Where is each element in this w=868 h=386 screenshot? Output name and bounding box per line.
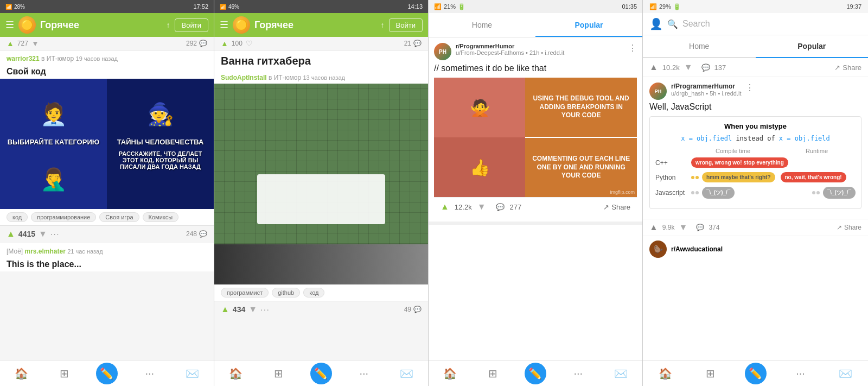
share-3[interactable]: ↗ Share [603, 203, 630, 211]
upvote-icon-3[interactable]: ▲ [221, 305, 229, 314]
nav-compose-2[interactable]: ✏️ [310, 363, 332, 384]
nav-mail-4[interactable]: ✉️ [835, 363, 857, 384]
drake-text-col: USING THE DEBUG TOOL AND ADDING BREAKPOI… [525, 78, 637, 197]
meme-figure-3: 🤦‍♂️ [0, 149, 107, 209]
login-button-2[interactable]: Войти [389, 18, 423, 32]
nav-home-2[interactable]: 🏠 [225, 363, 246, 384]
tag-github[interactable]: github [272, 288, 300, 298]
code-blue-part-2: x = obj.field [779, 135, 830, 142]
score-bar-post-3: ▲ 434 ▼ ··· 49 💬 [214, 301, 428, 318]
nav-mail-2[interactable]: ✉️ [396, 363, 418, 384]
score-4b: 9.9k [662, 224, 675, 231]
compile-runtime-header: Compile time Runtime [655, 148, 856, 154]
nav-compose-1[interactable]: ✏️ [96, 363, 118, 384]
down-arrow-partial: ▼ [31, 39, 39, 48]
up-arrow-partial-2: ▲ [221, 39, 228, 48]
tag-kod-2[interactable]: код [303, 288, 324, 298]
time-1: 17:52 [193, 3, 208, 10]
nav-grid-1[interactable]: ⊞ [53, 363, 75, 384]
nav-home-1[interactable]: 🏠 [10, 363, 32, 384]
three-dots-3[interactable]: ··· [260, 305, 270, 314]
post-subreddit-3[interactable]: в ИТ-юмор [269, 74, 301, 81]
nav-more-1[interactable]: ··· [139, 363, 161, 384]
downvote-3[interactable]: ▼ [477, 202, 486, 212]
bottom-nav-2: 🏠 ⊞ ✏️ ··· ✉️ [214, 360, 428, 386]
cpp-row: C++ wrong, wrong wo! stop everything [655, 157, 856, 168]
python-row: Python hmm maybe that's right? no, wait,… [655, 172, 856, 182]
post-author-3[interactable]: SudoAptInstall [221, 74, 267, 81]
post-subreddit-1[interactable]: в ИТ-юмор [41, 55, 74, 62]
login-button-1[interactable]: Войти [175, 18, 208, 32]
nav-grid-2[interactable]: ⊞ [267, 363, 289, 384]
tag-game[interactable]: Своя игра [99, 212, 139, 222]
prev-share-label-4: Share [843, 64, 861, 72]
r-awwducational-name[interactable]: r/Awwducational [671, 245, 723, 253]
prev-share-icon-4: ↗ [834, 64, 840, 72]
post-meta-2: [Моё] mrs.elmhater 21 час назад [0, 243, 214, 257]
tag-kod[interactable]: код [7, 212, 28, 222]
drake-text-top-val: USING THE DEBUG TOOL AND ADDING BREAKPOI… [529, 94, 633, 120]
python-runtime-bubble: no, wait, that's wrong! [781, 172, 846, 182]
tab-home-4[interactable]: Home [643, 35, 756, 57]
prev-upvote-4[interactable]: ▲ [649, 62, 658, 72]
reddit-time-val-3: 21h [529, 49, 539, 56]
user-icon-4[interactable]: 👤 [649, 17, 663, 30]
comments-3: 277 [510, 203, 522, 211]
dot-yellow-1 [691, 176, 694, 179]
post-author-1[interactable]: warrior321 [7, 55, 40, 62]
share-4b[interactable]: ↗ Share [837, 224, 861, 231]
upvote-3[interactable]: ▲ [441, 202, 449, 212]
post-author-2[interactable]: mrs.elmhater [25, 248, 66, 255]
nav-mail-3[interactable]: ✉️ [610, 363, 632, 384]
prev-share-4[interactable]: ↗ Share [834, 64, 861, 72]
subreddit-icon-3: PH [434, 43, 451, 60]
up-arrow-partial: ▲ [7, 39, 14, 48]
reddit-user-3[interactable]: u/From-Deepest-Fathoms [456, 49, 524, 56]
nav-compose-4[interactable]: ✏️ [745, 363, 767, 384]
comment-icon-1[interactable]: 💬 [199, 230, 207, 238]
downvote-icon-3[interactable]: ▼ [248, 305, 257, 314]
downvote-icon-1[interactable]: ▼ [39, 229, 47, 239]
bottom-nav-1: 🏠 ⊞ ✏️ ··· ✉️ [0, 360, 214, 386]
upvote-icon-1[interactable]: ▲ [7, 229, 15, 239]
nav-compose-3[interactable]: ✏️ [525, 363, 546, 384]
js-card-title-4: When you mistype [655, 122, 856, 130]
nav-more-3[interactable]: ··· [567, 363, 589, 384]
nav-home-4[interactable]: 🏠 [655, 363, 676, 384]
score-num-1: 4415 [18, 230, 35, 238]
share-icon-3: ↗ [603, 203, 609, 211]
score-bar-post1-1: ▲ 4415 ▼ ··· 248 💬 [0, 225, 214, 242]
subreddit-name-3[interactable]: r/ProgrammerHumor [456, 43, 514, 49]
nav-more-2[interactable]: ··· [353, 363, 375, 384]
time-4b: 5h [710, 90, 716, 97]
upvote-4b[interactable]: ▲ [649, 223, 658, 232]
nav-home-3[interactable]: 🏠 [439, 363, 461, 384]
nav-mail-1[interactable]: ✉️ [182, 363, 203, 384]
nav-grid-4[interactable]: ⊞ [700, 363, 722, 384]
dots-menu-4[interactable]: ⋮ [745, 83, 754, 93]
three-dots-1[interactable]: ··· [50, 230, 60, 238]
tag-comics[interactable]: Комиксы [143, 212, 179, 222]
user-4[interactable]: u/drgb_hash [671, 90, 704, 97]
nav-more-4[interactable]: ··· [790, 363, 812, 384]
status-left-3: 📶 21% 🔋 [434, 3, 465, 10]
nav-grid-3[interactable]: ⊞ [482, 363, 503, 384]
comment-icon-3[interactable]: 💬 [413, 306, 422, 313]
search-input-4[interactable]: Search [682, 19, 861, 29]
tab-home-3[interactable]: Home [429, 13, 535, 37]
tab-popular-4[interactable]: Popular [756, 35, 869, 58]
tag-programmer[interactable]: программист [221, 288, 269, 298]
tab-popular-3[interactable]: Popular [535, 13, 642, 37]
partial-comments-2: 21 [404, 40, 411, 47]
downvote-4b[interactable]: ▼ [679, 223, 688, 232]
js-row: Javascript ¯\_(ツ)_/¯ ¯\_(ツ)_/¯ [655, 187, 856, 199]
menu-icon-1[interactable]: ☰ [5, 19, 14, 31]
prev-downvote-4[interactable]: ▼ [684, 62, 693, 72]
dots-menu-3[interactable]: ⋮ [628, 43, 637, 53]
prev-comments-4: 137 [714, 64, 726, 72]
tag-programming[interactable]: программирование [31, 212, 96, 222]
menu-icon-2[interactable]: ☰ [220, 19, 228, 31]
subreddit-4[interactable]: r/ProgrammerHumor [671, 83, 735, 90]
partial-up-count: 727 [17, 40, 28, 47]
app-title-1: Горячее [40, 20, 162, 31]
